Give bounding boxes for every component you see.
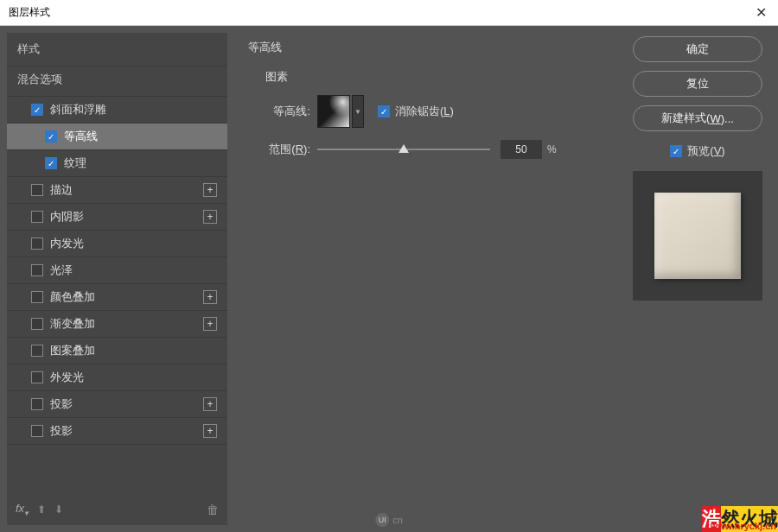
contour-dropdown-icon[interactable]: ▼ [352, 95, 364, 128]
left-footer: fx▾ ⬆ ⬇ 🗑 [7, 494, 227, 525]
style-item-bevel[interactable]: 斜面和浮雕 [7, 97, 227, 123]
ui-badge-icon: UI [375, 513, 389, 527]
action-panel: 确定 复位 新建样式(W)... 预览(V) [624, 33, 771, 525]
arrow-down-icon[interactable]: ⬇ [54, 504, 63, 516]
style-item-inner-shadow[interactable]: 内阴影+ [7, 204, 227, 230]
style-item-color-overlay[interactable]: 颜色叠加+ [7, 284, 227, 310]
range-slider[interactable] [317, 149, 490, 150]
checkbox-contour[interactable] [45, 130, 57, 142]
range-label: 范围(R): [258, 142, 310, 157]
range-input[interactable] [501, 140, 542, 159]
preview-box [633, 171, 762, 301]
style-item-texture[interactable]: 纹理 [7, 150, 227, 176]
checkbox-outer-glow[interactable] [31, 371, 43, 383]
style-label: 内阴影 [50, 209, 203, 225]
style-label: 等高线 [64, 129, 220, 144]
watermark: 浩 然火城 www.hryckj.cn [702, 506, 778, 532]
preview-label: 预览(V) [687, 143, 724, 159]
checkbox-satin[interactable] [31, 264, 43, 276]
range-unit: % [547, 143, 557, 155]
style-label: 颜色叠加 [50, 289, 203, 305]
add-effect-icon[interactable]: + [203, 317, 217, 331]
checkbox-drop-shadow-1[interactable] [31, 398, 43, 410]
add-effect-icon[interactable]: + [203, 183, 217, 197]
antialiased-checkbox[interactable] [378, 105, 390, 117]
contour-picker[interactable] [317, 95, 350, 128]
checkbox-stroke[interactable] [31, 184, 43, 196]
antialiased-label[interactable]: 消除锯齿(L) [395, 104, 454, 119]
settings-panel: 等高线 图素 等高线: ▼ 消除锯齿(L) 范围(R): % [234, 33, 617, 525]
fx-label[interactable]: fx▾ [16, 502, 29, 517]
style-label: 光泽 [50, 263, 220, 278]
style-label: 外发光 [50, 370, 220, 385]
style-label: 投影 [50, 396, 203, 412]
arrow-up-icon[interactable]: ⬆ [37, 504, 46, 516]
preview-toggle[interactable]: 预览(V) [670, 143, 724, 159]
style-item-stroke[interactable]: 描边+ [7, 177, 227, 203]
section-label: 图素 [265, 69, 593, 85]
styles-panel: 样式 混合选项 斜面和浮雕等高线纹理描边+内阴影+内发光光泽颜色叠加+渐变叠加+… [7, 33, 227, 525]
panel-title: 等高线 [248, 40, 603, 55]
close-icon[interactable]: ✕ [752, 4, 769, 21]
style-label: 图案叠加 [50, 343, 220, 358]
style-label: 纹理 [64, 155, 220, 171]
blending-options[interactable]: 混合选项 [7, 66, 227, 96]
trash-icon[interactable]: 🗑 [207, 503, 219, 516]
style-item-inner-glow[interactable]: 内发光 [7, 231, 227, 256]
add-effect-icon[interactable]: + [203, 290, 217, 304]
reset-button[interactable]: 复位 [633, 71, 762, 97]
preview-checkbox[interactable] [670, 145, 682, 157]
new-style-button[interactable]: 新建样式(W)... [633, 105, 762, 131]
checkbox-texture[interactable] [45, 157, 57, 169]
checkbox-color-overlay[interactable] [31, 291, 43, 303]
slider-thumb-icon[interactable] [399, 144, 409, 153]
checkbox-pattern-overlay[interactable] [31, 345, 43, 357]
preview-swatch [654, 193, 741, 279]
styles-header[interactable]: 样式 [7, 33, 227, 66]
contour-label: 等高线: [258, 104, 310, 119]
checkbox-gradient-overlay[interactable] [31, 318, 43, 330]
style-item-pattern-overlay[interactable]: 图案叠加 [7, 338, 227, 364]
checkbox-inner-shadow[interactable] [31, 211, 43, 223]
ui-badge: UI cn [375, 513, 403, 527]
style-item-gradient-overlay[interactable]: 渐变叠加+ [7, 311, 227, 337]
style-label: 内发光 [50, 236, 220, 251]
style-item-drop-shadow-2[interactable]: 投影+ [7, 418, 227, 444]
style-item-outer-glow[interactable]: 外发光 [7, 364, 227, 390]
style-item-satin[interactable]: 光泽 [7, 257, 227, 283]
ok-button[interactable]: 确定 [633, 36, 762, 62]
contour-row: 等高线: ▼ 消除锯齿(L) [258, 95, 593, 128]
main-area: 样式 混合选项 斜面和浮雕等高线纹理描边+内阴影+内发光光泽颜色叠加+渐变叠加+… [0, 26, 778, 532]
checkbox-bevel[interactable] [31, 104, 43, 116]
add-effect-icon[interactable]: + [203, 397, 217, 411]
titlebar: 图层样式 ✕ [0, 0, 778, 26]
style-label: 斜面和浮雕 [50, 102, 220, 117]
checkbox-inner-glow[interactable] [31, 238, 43, 250]
style-label: 描边 [50, 182, 203, 198]
range-row: 范围(R): % [258, 140, 593, 159]
style-label: 渐变叠加 [50, 316, 203, 332]
style-item-drop-shadow-1[interactable]: 投影+ [7, 391, 227, 417]
add-effect-icon[interactable]: + [203, 424, 217, 438]
style-item-contour[interactable]: 等高线 [7, 124, 227, 149]
add-effect-icon[interactable]: + [203, 210, 217, 224]
checkbox-drop-shadow-2[interactable] [31, 425, 43, 437]
style-label: 投影 [50, 423, 203, 439]
window-title: 图层样式 [9, 5, 50, 20]
